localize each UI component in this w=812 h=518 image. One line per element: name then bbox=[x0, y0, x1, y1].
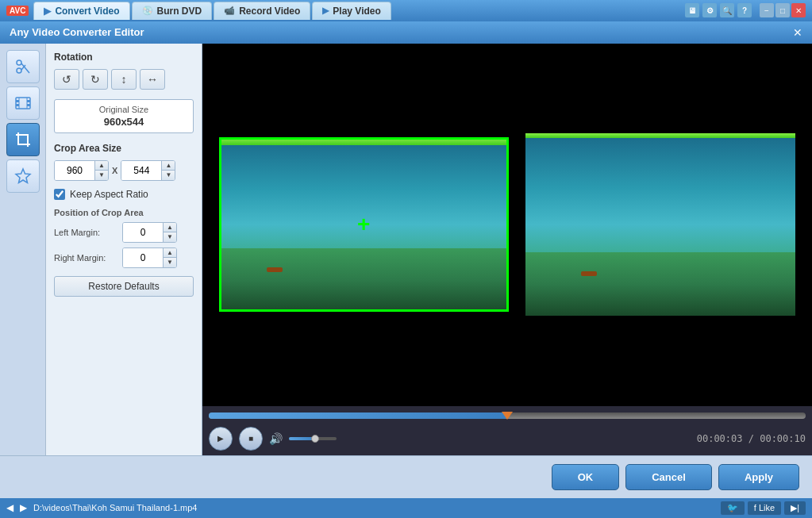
content-area: Rotation ↺ ↻ ↕ ↔ Original Size 960x544 bbox=[0, 44, 812, 455]
app-logo: AVC bbox=[6, 6, 29, 16]
tab-play-video-label: Play Video bbox=[333, 6, 380, 17]
maximize-button[interactable]: □ bbox=[775, 3, 790, 17]
status-bar: ◀ ▶ D:\videos\Thai\Koh Samui Thailand-1.… bbox=[0, 498, 812, 518]
left-margin-label: Left Margin: bbox=[54, 228, 117, 237]
nav-right-icon[interactable]: ▶ bbox=[20, 502, 27, 513]
panel-content: Rotation ↺ ↻ ↕ ↔ Original Size 960x544 bbox=[46, 44, 202, 455]
crop-width-down[interactable]: ▼ bbox=[95, 171, 108, 180]
right-margin-input-wrap: ▲ ▼ bbox=[122, 247, 177, 268]
ok-button[interactable]: OK bbox=[552, 464, 620, 490]
svg-rect-8 bbox=[27, 104, 30, 106]
original-size-label: Original Size bbox=[63, 105, 185, 114]
left-margin-spinners: ▲ ▼ bbox=[163, 223, 176, 242]
video-left-container: + bbox=[219, 137, 509, 312]
apply-button[interactable]: Apply bbox=[718, 464, 799, 490]
volume-icon: 🔊 bbox=[269, 432, 283, 445]
editor-close-button[interactable]: ✕ bbox=[793, 26, 802, 39]
tab-bar: ▶ Convert Video 💿 Burn DVD 📹 Record Vide… bbox=[33, 2, 685, 20]
title-bar: AVC ▶ Convert Video 💿 Burn DVD 📹 Record … bbox=[0, 0, 812, 21]
crop-height-input[interactable] bbox=[121, 161, 161, 180]
crop-width-input[interactable] bbox=[55, 161, 94, 180]
record-video-icon: 📹 bbox=[224, 6, 235, 16]
window-controls: − □ ✕ bbox=[760, 3, 806, 17]
right-margin-down[interactable]: ▼ bbox=[164, 258, 176, 267]
toolbar-icons: 🖥 ⚙ 🔍 ? bbox=[685, 3, 752, 17]
sidebar-icon-crop[interactable] bbox=[6, 123, 40, 156]
crop-height-up[interactable]: ▲ bbox=[162, 161, 175, 171]
keep-aspect-ratio-label: Keep Aspect Ratio bbox=[70, 189, 148, 200]
sidebar-icon-star[interactable] bbox=[6, 159, 40, 193]
tab-burn-dvd-label: Burn DVD bbox=[157, 6, 202, 17]
progress-fill bbox=[209, 412, 507, 419]
tab-record-video[interactable]: 📹 Record Video bbox=[214, 2, 310, 20]
crop-width-input-wrap: ▲ ▼ bbox=[54, 160, 109, 181]
left-margin-row: Left Margin: ▲ ▼ bbox=[54, 222, 194, 243]
twitter-button[interactable]: 🐦 bbox=[721, 501, 745, 515]
facebook-button[interactable]: f Like bbox=[748, 501, 781, 515]
search-icon[interactable]: 🔍 bbox=[720, 3, 734, 17]
settings-icon[interactable]: ⚙ bbox=[702, 3, 717, 17]
play-icon: ▶ bbox=[217, 434, 224, 443]
keep-aspect-ratio-row: Keep Aspect Ratio bbox=[54, 189, 194, 200]
tab-play-video[interactable]: ▶ Play Video bbox=[312, 2, 391, 20]
svg-rect-11 bbox=[18, 135, 28, 144]
tab-convert-video[interactable]: ▶ Convert Video bbox=[33, 2, 129, 20]
play-video-icon: ▶ bbox=[322, 6, 329, 16]
monitor-icon[interactable]: 🖥 bbox=[685, 3, 699, 17]
forward-button[interactable]: ▶| bbox=[784, 501, 806, 515]
video-preview: + bbox=[202, 44, 812, 406]
stop-button[interactable]: ■ bbox=[239, 427, 263, 451]
restore-defaults-button[interactable]: Restore Defaults bbox=[54, 276, 194, 297]
volume-track[interactable] bbox=[289, 437, 337, 440]
file-path: D:\videos\Thai\Koh Samui Thailand-1.mp4 bbox=[33, 503, 197, 512]
sidebar-icon-scissors[interactable] bbox=[6, 50, 40, 83]
flip-vertical-button[interactable]: ↕ bbox=[111, 69, 137, 90]
help-icon[interactable]: ? bbox=[737, 3, 752, 17]
video-right-container bbox=[525, 133, 795, 316]
right-margin-row: Right Margin: ▲ ▼ bbox=[54, 247, 194, 268]
editor-title-bar: Any Video Converter Editor ✕ bbox=[0, 21, 812, 44]
close-button[interactable]: ✕ bbox=[791, 3, 806, 17]
progress-thumb bbox=[502, 412, 513, 420]
keep-aspect-ratio-checkbox[interactable] bbox=[54, 189, 65, 200]
time-display: 00:00:03 / 00:00:10 bbox=[697, 433, 806, 444]
crop-height-spinners: ▲ ▼ bbox=[161, 161, 175, 180]
nav-left-icon[interactable]: ◀ bbox=[6, 502, 13, 513]
sidebar-icon-film[interactable] bbox=[6, 86, 40, 120]
video-right bbox=[525, 133, 795, 316]
crop-width-up[interactable]: ▲ bbox=[95, 161, 108, 171]
left-margin-down[interactable]: ▼ bbox=[164, 232, 176, 242]
x-separator: X bbox=[112, 166, 117, 175]
burn-dvd-icon: 💿 bbox=[142, 6, 153, 16]
crop-height-input-wrap: ▲ ▼ bbox=[121, 160, 175, 181]
tab-convert-video-label: Convert Video bbox=[55, 6, 119, 17]
tab-burn-dvd[interactable]: 💿 Burn DVD bbox=[132, 2, 213, 20]
cancel-button[interactable]: Cancel bbox=[625, 464, 712, 490]
left-margin-input-wrap: ▲ ▼ bbox=[122, 222, 177, 243]
right-panel: + bbox=[202, 44, 812, 455]
rotate-left-button[interactable]: ↺ bbox=[54, 69, 79, 90]
stop-icon: ■ bbox=[248, 434, 253, 443]
minimize-button[interactable]: − bbox=[760, 3, 774, 17]
social-buttons: 🐦 f Like ▶| bbox=[721, 501, 806, 515]
svg-marker-16 bbox=[16, 169, 30, 183]
svg-point-1 bbox=[17, 68, 21, 73]
rotation-title: Rotation bbox=[54, 52, 194, 63]
right-margin-up[interactable]: ▲ bbox=[164, 248, 176, 258]
progress-track[interactable] bbox=[209, 412, 806, 419]
right-margin-spinners: ▲ ▼ bbox=[163, 248, 176, 267]
main-window: Any Video Converter Editor ✕ bbox=[0, 21, 812, 498]
play-button[interactable]: ▶ bbox=[209, 427, 233, 451]
svg-point-0 bbox=[17, 60, 21, 65]
crosshair-icon: + bbox=[357, 213, 370, 236]
volume-thumb bbox=[311, 435, 319, 443]
left-margin-up[interactable]: ▲ bbox=[164, 223, 176, 232]
right-margin-input[interactable] bbox=[123, 248, 163, 267]
svg-rect-6 bbox=[16, 104, 19, 106]
original-size-box: Original Size 960x544 bbox=[54, 99, 194, 133]
rotate-right-button[interactable]: ↻ bbox=[83, 69, 108, 90]
flip-horizontal-button[interactable]: ↔ bbox=[140, 69, 165, 90]
controls-row: ▶ ■ 🔊 00:00:03 / 00:00:10 bbox=[209, 425, 806, 452]
crop-height-down[interactable]: ▼ bbox=[162, 171, 175, 180]
left-margin-input[interactable] bbox=[123, 223, 163, 242]
